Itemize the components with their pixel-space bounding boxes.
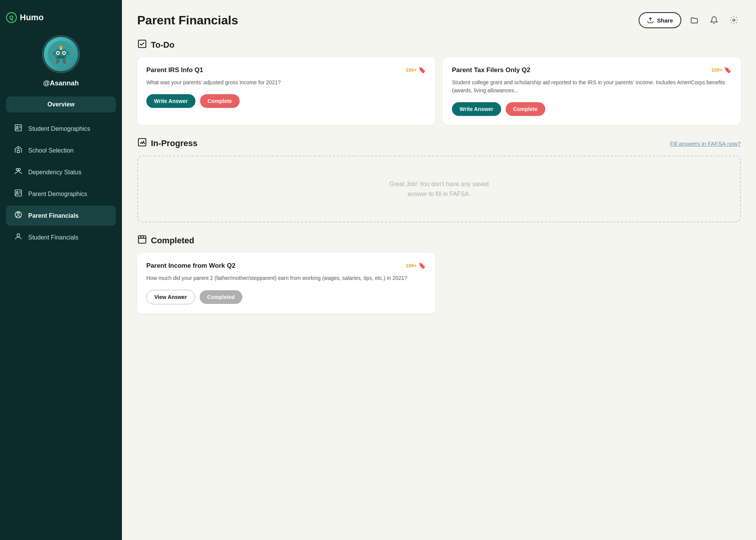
completed-title: Completed: [151, 236, 194, 246]
complete-button-2[interactable]: Complete: [506, 102, 545, 116]
settings-icon: [730, 16, 738, 24]
todo-icon: [137, 39, 147, 51]
sidebar-item-student-demographics[interactable]: Student Demographics: [6, 119, 116, 139]
in-progress-empty: Great Job! You don't have any saved answ…: [137, 156, 741, 222]
in-progress-header: In-Progress Fill answers in FAFSA now?: [137, 137, 741, 149]
username: @Asannah: [43, 79, 79, 87]
completed-card-1-description: How much did your parent 2 (father/mothe…: [146, 274, 426, 282]
sidebar-item-school-selection[interactable]: School Selection: [6, 140, 116, 161]
card-2-actions: Write Answer Complete: [452, 102, 732, 116]
sidebar-item-parent-financials[interactable]: Parent Financials: [6, 206, 116, 226]
svg-point-20: [16, 169, 19, 171]
logo: Q Humo: [6, 12, 43, 23]
logo-text: Humo: [20, 13, 43, 22]
todo-cards-grid: Parent IRS Info Q1 100+ 🔖 What was your …: [137, 57, 741, 125]
sidebar-item-label: Dependency Status: [28, 169, 82, 176]
logo-icon: Q: [6, 12, 17, 23]
svg-point-5: [63, 52, 65, 54]
write-answer-button-2[interactable]: Write Answer: [452, 102, 501, 116]
svg-rect-33: [138, 236, 146, 243]
svg-point-4: [57, 52, 59, 54]
svg-rect-10: [67, 51, 69, 55]
todo-card-1: Parent IRS Info Q1 100+ 🔖 What was your …: [137, 57, 435, 125]
svg-point-16: [16, 126, 18, 128]
avatar-image: [44, 37, 78, 71]
fill-fafsa-link[interactable]: Fill answers in FAFSA now?: [670, 140, 741, 147]
parent-financials-icon: [14, 211, 23, 221]
svg-rect-9: [53, 51, 55, 55]
page-header: Parent Financials Share: [137, 12, 741, 28]
bookmark-icon-completed: 🔖: [418, 262, 426, 269]
card-1-description: What was your parents' adjusted gross in…: [146, 79, 426, 87]
sidebar-item-label: Student Financials: [28, 234, 78, 241]
parent-demographics-icon: [14, 189, 23, 199]
completed-section: Completed Parent Income from Work Q2 100…: [137, 235, 741, 313]
completed-card-1-badge: 100+ 🔖: [406, 262, 426, 269]
main-content: Parent Financials Share: [122, 0, 756, 540]
card-1-title: Parent IRS Info Q1: [146, 66, 203, 74]
card-1-actions: Write Answer Complete: [146, 94, 426, 108]
sidebar-item-dependency-status[interactable]: Dependency Status: [6, 162, 116, 182]
in-progress-title: In-Progress: [151, 138, 197, 148]
completed-calendar-icon: [137, 235, 147, 244]
completed-status-button[interactable]: Completed: [200, 290, 242, 304]
avatar: [42, 35, 80, 73]
todo-title: To-Do: [151, 40, 175, 50]
sidebar-item-label: Student Demographics: [28, 125, 90, 132]
svg-point-28: [17, 234, 19, 236]
checkbox-icon: [137, 39, 147, 49]
view-answer-button[interactable]: View Answer: [146, 290, 195, 304]
sidebar-item-parent-demographics[interactable]: Parent Demographics: [6, 184, 116, 204]
svg-rect-6: [58, 56, 64, 58]
student-demographics-icon: [14, 124, 23, 134]
sidebar: Q Humo @Asan: [0, 0, 122, 540]
folder-icon: [690, 16, 698, 24]
sidebar-item-label: School Selection: [28, 147, 74, 154]
svg-rect-8: [59, 46, 63, 48]
completed-card-1-title: Parent Income from Work Q2: [146, 262, 235, 270]
completed-icon: [137, 235, 147, 247]
card-2-badge: 100+ 🔖: [711, 66, 732, 74]
share-button[interactable]: Share: [639, 12, 681, 28]
school-selection-icon: [14, 145, 23, 156]
svg-rect-19: [17, 150, 19, 153]
in-progress-section: In-Progress Fill answers in FAFSA now? G…: [137, 137, 741, 222]
header-actions: Share: [639, 12, 741, 28]
edit-icon: [137, 137, 147, 147]
bookmark-icon: 🔖: [418, 66, 426, 74]
todo-section: To-Do Parent IRS Info Q1 100+ 🔖 What was…: [137, 39, 741, 125]
svg-point-27: [17, 212, 19, 215]
card-2-description: Student college grant and scholarship ai…: [452, 79, 732, 95]
todo-card-2: Parent Tax Filers Only Q2 100+ 🔖 Student…: [443, 57, 741, 125]
sidebar-item-label: Parent Demographics: [28, 191, 87, 198]
completed-card-1: Parent Income from Work Q2 100+ 🔖 How mu…: [137, 253, 435, 313]
write-answer-button-1[interactable]: Write Answer: [146, 94, 195, 108]
completed-card-1-header: Parent Income from Work Q2 100+ 🔖: [146, 262, 426, 270]
in-progress-icon: [137, 137, 147, 149]
svg-point-23: [16, 191, 18, 193]
completed-header: Completed: [137, 235, 741, 247]
page-title: Parent Financials: [137, 13, 238, 27]
card-2-header: Parent Tax Filers Only Q2 100+ 🔖: [452, 66, 732, 74]
notification-button[interactable]: [707, 13, 721, 27]
sidebar-item-student-financials[interactable]: Student Financials: [6, 227, 116, 248]
svg-point-21: [18, 169, 21, 171]
svg-rect-13: [56, 62, 58, 64]
card-1-header: Parent IRS Info Q1 100+ 🔖: [146, 66, 426, 74]
student-financials-icon: [14, 232, 23, 243]
svg-rect-14: [64, 62, 66, 64]
svg-point-30: [733, 19, 735, 21]
completed-card-1-actions: View Answer Completed: [146, 290, 426, 304]
sidebar-item-label: Parent Financials: [28, 212, 79, 219]
dependency-status-icon: [14, 167, 23, 177]
card-2-title: Parent Tax Filers Only Q2: [452, 66, 530, 74]
complete-button-1[interactable]: Complete: [200, 94, 240, 108]
svg-rect-32: [138, 138, 146, 146]
bell-icon: [710, 16, 718, 24]
todo-section-header: To-Do: [137, 39, 741, 51]
share-icon: [647, 17, 654, 24]
settings-button[interactable]: [727, 13, 741, 27]
bookmark-icon-2: 🔖: [724, 66, 732, 74]
nav-overview[interactable]: Overview: [6, 96, 116, 112]
folder-button[interactable]: [687, 13, 701, 27]
